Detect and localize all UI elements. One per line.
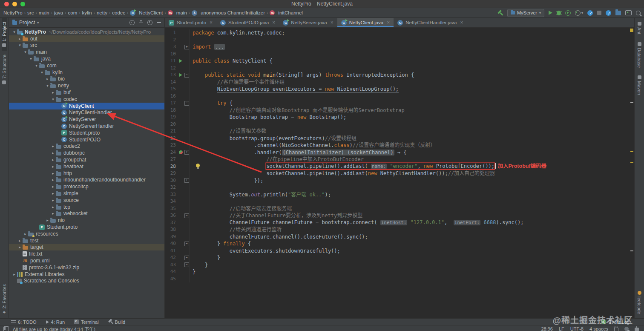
code-text[interactable]: Bootstrap bootstrap = new Bootstrap(); — [190, 114, 346, 121]
code-text[interactable]: } — [190, 254, 220, 262]
tree-down-arrow-icon[interactable]: ▾ — [50, 97, 56, 101]
code-text[interactable]: //客户端需要一个事件循环组 — [190, 79, 285, 86]
breadcrumb-item-nettyclient[interactable]: CNettyClient — [130, 10, 163, 16]
tree-right-arrow-icon[interactable]: ▸ — [50, 205, 56, 209]
code-line-12[interactable]: 12 — [165, 65, 634, 72]
line-number[interactable]: 41 — [165, 248, 177, 255]
tree-right-arrow-icon[interactable]: ▸ — [50, 184, 56, 189]
code-line-43[interactable]: 43− } — [165, 262, 634, 269]
code-text[interactable]: System.out.println("客户端 ok.."); — [190, 191, 331, 199]
tree-item-nettyclient[interactable]: CNettyClient — [9, 103, 164, 109]
tree-right-arrow-icon[interactable]: ▸ — [50, 144, 56, 148]
tree-item-resources[interactable]: ▸resources — [9, 230, 164, 237]
tree-right-arrow-icon[interactable]: ▸ — [50, 158, 56, 162]
line-number[interactable]: 39 — [165, 233, 177, 241]
code-text[interactable]: public static void main(String[] args) t… — [190, 72, 414, 79]
reader-mode-icon[interactable] — [635, 328, 639, 331]
stripe-mark[interactable] — [630, 151, 633, 152]
tree-item-studentpojo[interactable]: CStudentPOJO — [9, 136, 164, 143]
tree-down-arrow-icon[interactable]: ▾ — [45, 83, 50, 88]
tree-down-arrow-icon[interactable]: ▾ — [12, 30, 17, 34]
line-number[interactable]: 33 — [165, 191, 177, 199]
tool-window-ant[interactable]: Ant — [637, 18, 642, 38]
line-number[interactable]: 34 — [165, 198, 177, 205]
code-text[interactable]: } finally { — [190, 240, 251, 248]
tree-item-bio[interactable]: ▸bio — [9, 76, 164, 83]
line-number[interactable]: 18 — [165, 107, 177, 114]
code-line-3[interactable]: 3+import ... — [165, 43, 634, 51]
tree-item-groupchat[interactable]: ▸groupchat — [9, 156, 164, 163]
tree-item-buf[interactable]: ▸buf — [9, 89, 164, 96]
tab-nettyclient-java[interactable]: CNettyClient.java× — [337, 18, 394, 27]
code-line-41[interactable]: 41 eventExecutors.shutdownGracefully(); — [165, 248, 634, 255]
code-text[interactable]: NioEventLoopGroup eventExecutors = new N… — [190, 86, 399, 93]
code-line-34[interactable]: 34 — [165, 198, 634, 205]
tree-down-arrow-icon[interactable]: ▾ — [23, 50, 28, 54]
event-log-label[interactable]: Event Log — [608, 319, 630, 325]
tree-right-arrow-icon[interactable]: ▸ — [50, 90, 56, 95]
line-separator[interactable]: LF — [559, 326, 564, 331]
code-line-39[interactable]: 39 channelFuture.channel().closeFuture()… — [165, 233, 634, 241]
code-line-38[interactable]: 38 //给关闭通道进行监听 — [165, 226, 634, 233]
code-line-23[interactable]: 23 .channel(NioSocketChannel.class)//设置客… — [165, 142, 634, 149]
code-text[interactable]: eventExecutors.shutdownGracefully(); — [190, 248, 340, 255]
tree-item-out[interactable]: ▸out — [9, 35, 164, 42]
tree-item-main[interactable]: ▾main — [9, 49, 164, 55]
tree-right-arrow-icon[interactable]: ▸ — [45, 218, 50, 222]
line-number[interactable]: 42 — [165, 254, 177, 262]
code-text[interactable]: try { — [190, 100, 233, 107]
breadcrumb-item-main[interactable]: mmain — [168, 10, 187, 15]
tree-item-com[interactable]: ▾com — [9, 62, 164, 69]
breadcrumb-item-anonymous-channelinitializer[interactable]: λanonymous ChannelInitializer — [192, 10, 265, 16]
tree-item-kylin[interactable]: ▾kylin — [9, 69, 164, 76]
tree-right-arrow-icon[interactable]: ▸ — [45, 77, 50, 81]
chevron-down-icon[interactable]: ▾ — [37, 21, 39, 25]
tree-item-external-libraries[interactable]: ▸External Libraries — [9, 271, 164, 278]
bottom-tool-6-todo[interactable]: 6: TODO — [11, 319, 37, 325]
line-number[interactable]: 11 — [165, 58, 177, 65]
code-line-15[interactable]: 15 NioEventLoopGroup eventExecutors = ne… — [165, 86, 634, 93]
code-line-36[interactable]: 36− //关于ChannelFuture要分析，涉及到netty到异步模型 — [165, 212, 634, 219]
tree-item-nettyclienthandler[interactable]: CNettyClientHandler — [9, 109, 164, 116]
intention-bulb-icon[interactable] — [196, 164, 200, 167]
line-number[interactable]: 38 — [165, 226, 177, 233]
stop-button[interactable] — [597, 11, 601, 15]
line-number[interactable]: 2 — [165, 37, 177, 44]
tree-right-arrow-icon[interactable]: ▸ — [50, 164, 56, 169]
code-text[interactable]: bootstrap.group(eventExecutors)//设置线程组 — [190, 135, 356, 142]
profile-app-icon[interactable] — [587, 10, 593, 16]
fold-collapse-icon[interactable]: − — [184, 242, 189, 246]
line-number[interactable]: 12 — [165, 65, 177, 72]
tree-item-netty[interactable]: ▾netty — [9, 82, 164, 89]
code-line-35[interactable]: 35 //启动客户端去连接服务端 — [165, 205, 634, 213]
line-number[interactable]: 20 — [165, 121, 177, 128]
fold-expand-icon[interactable]: + — [184, 45, 189, 49]
chevron-down-icon[interactable]: ▾ — [581, 11, 583, 15]
code-text[interactable]: //给关闭通道进行监听 — [190, 226, 282, 233]
close-tab-icon[interactable]: × — [210, 20, 213, 25]
line-number[interactable]: 10 — [165, 51, 177, 58]
code-line-27[interactable]: 27 //在pipeline中加入ProtoBufEncoder — [165, 156, 634, 163]
line-number[interactable]: 36 — [165, 212, 177, 219]
code-text[interactable]: channelFuture.channel().closeFuture().sy… — [190, 233, 368, 241]
bottom-tool-build[interactable]: Build — [108, 319, 125, 325]
code-text[interactable]: //启动客户端去连接服务端 — [190, 205, 292, 213]
unlock-icon[interactable] — [614, 328, 618, 331]
fold-expand-icon[interactable]: + — [184, 178, 189, 183]
tree-item-protocoltcp[interactable]: ▸protocoltcp — [9, 183, 164, 190]
run-line-icon[interactable] — [179, 73, 182, 77]
code-line-33[interactable]: 33 System.out.println("客户端 ok.."); — [165, 191, 634, 199]
tree-right-arrow-icon[interactable]: ▸ — [23, 232, 28, 236]
line-number[interactable]: 32 — [165, 184, 177, 191]
line-number[interactable]: 19 — [165, 114, 177, 121]
tree-item-student-proto[interactable]: PStudent.proto — [9, 224, 164, 230]
code-line-44[interactable]: 44} — [165, 268, 634, 276]
code-text[interactable]: } — [190, 268, 196, 276]
code-text[interactable]: //在pipeline中加入ProtoBufEncoder — [190, 156, 364, 163]
breadcrumb-item-kylin[interactable]: kylin — [82, 10, 92, 15]
run-line-icon[interactable] — [179, 59, 182, 63]
code-text[interactable]: public class NettyClient { — [190, 58, 273, 65]
tool-window-maven[interactable]: Maven — [637, 72, 642, 99]
fold-collapse-icon[interactable]: − — [184, 73, 189, 78]
tree-right-arrow-icon[interactable]: ▸ — [17, 37, 23, 41]
